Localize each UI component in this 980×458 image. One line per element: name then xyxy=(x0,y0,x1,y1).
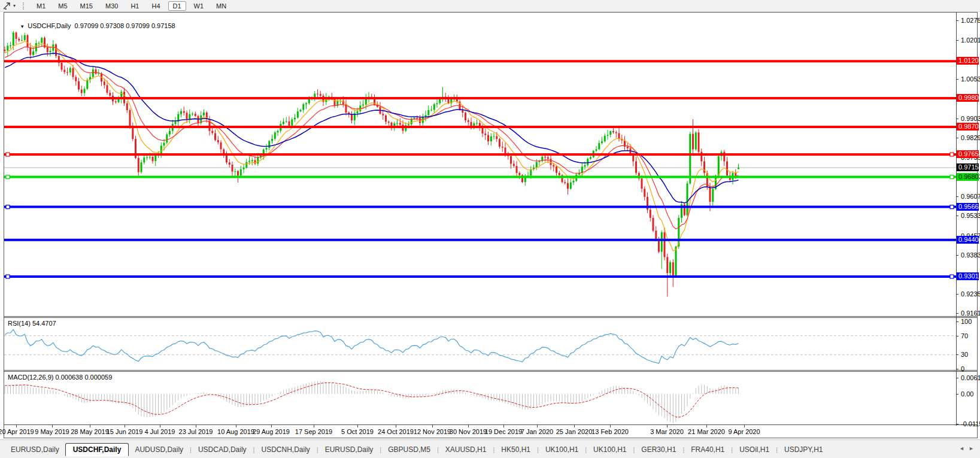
cursor-tool-icon[interactable] xyxy=(2,2,12,10)
macd-label: MACD(12,26,9) 0.000638 0.000059 xyxy=(8,374,112,381)
tab-eurusd-daily[interactable]: EURUSD,Daily xyxy=(5,444,65,456)
price-tick xyxy=(956,216,958,216)
date-label: 9 Apr 2020 xyxy=(728,428,760,435)
hline-price-label[interactable]: 0.93011 xyxy=(957,272,979,280)
date-label: 24 Oct 2019 xyxy=(378,428,414,435)
hline-price-label[interactable]: 0.98703 xyxy=(957,123,979,131)
tab-eurusd-daily[interactable]: EURUSD,Daily xyxy=(319,444,380,456)
date-label: 25 Jan 2020 xyxy=(556,428,593,435)
date-tick xyxy=(537,425,538,427)
chart-title-text: USDCHF,Daily 0.97099 0.97308 0.97099 0.9… xyxy=(28,22,175,29)
tab-usdcnh-daily[interactable]: USDCNH,Daily xyxy=(255,444,315,456)
macd-tick-label: 0.006167 xyxy=(961,374,980,381)
hline-price-label[interactable]: 0.95663 xyxy=(957,203,979,211)
timeframe-button-m5[interactable]: M5 xyxy=(53,1,72,11)
timeframe-button-m15[interactable]: M15 xyxy=(75,1,98,11)
tab-gbpusd-m5[interactable]: GBPUSD,M5 xyxy=(382,444,436,456)
date-label: 15 Jun 2019 xyxy=(107,428,143,435)
hline-price-label[interactable]: 0.96803 xyxy=(957,173,979,181)
date-label: 12 Nov 2019 xyxy=(414,428,451,435)
timeframe-button-h4[interactable]: H4 xyxy=(147,1,165,11)
rsi-canvas[interactable] xyxy=(4,319,956,370)
tab-separator: | xyxy=(437,446,439,453)
date-tick xyxy=(357,425,358,427)
date-tick xyxy=(610,425,611,427)
dropdown-caret-icon[interactable]: ▾ xyxy=(13,3,16,8)
timeframe-button-mn[interactable]: MN xyxy=(211,1,231,11)
panel-separator[interactable] xyxy=(4,316,977,318)
tab-uk100-h1[interactable]: UK100,H1 xyxy=(587,444,632,456)
date-tick xyxy=(160,425,160,427)
hline-price-label[interactable]: 0.99800 xyxy=(957,94,979,102)
macd-canvas[interactable] xyxy=(4,372,956,424)
symbol-dropdown-icon[interactable]: ▼ xyxy=(20,24,25,29)
date-tick xyxy=(744,425,745,427)
price-chart-canvas[interactable] xyxy=(4,13,956,316)
timeframe-toolbar: ▾ M1M5M15M30H1H4D1W1MN xyxy=(0,0,980,12)
rsi-tick xyxy=(956,321,958,322)
date-label: 7 Jan 2020 xyxy=(521,428,553,435)
price-tick xyxy=(956,138,958,138)
mt4-terminal-window: ▾ M1M5M15M30H1H4D1W1MN ▼USDCHF,Daily 0.9… xyxy=(0,0,980,458)
tab-separator: | xyxy=(493,446,494,453)
date-tick xyxy=(125,425,125,427)
date-tick xyxy=(503,425,504,427)
panel-separator[interactable] xyxy=(4,370,977,372)
price-tick-label: 0.96070 xyxy=(961,193,980,200)
date-tick xyxy=(574,425,575,427)
price-tick-label: 0.95330 xyxy=(961,212,980,219)
tab-uk100-h1[interactable]: UK100,H1 xyxy=(539,444,584,456)
current-price-label: 0.97158 xyxy=(957,163,979,171)
hline-price-label[interactable]: 1.01207 xyxy=(957,57,979,65)
chart-tab-bar: EURUSD,DailyUSDCHF,DailyAUDUSD,Daily|USD… xyxy=(0,439,980,458)
date-tick xyxy=(236,425,236,427)
price-tick-label: 1.02750 xyxy=(961,17,980,24)
rsi-tick-label: 70 xyxy=(961,332,980,339)
chart-tabs: EURUSD,DailyUSDCHF,DailyAUDUSD,Daily|USD… xyxy=(5,442,829,457)
tab-xauusd-h1[interactable]: XAUUSD,H1 xyxy=(439,444,493,456)
macd-tick xyxy=(956,378,958,378)
date-label: 17 Sep 2019 xyxy=(295,428,332,435)
tab-audusd-daily[interactable]: AUDUSD,Daily xyxy=(129,444,189,456)
rsi-tick xyxy=(956,354,958,355)
macd-tick-label: 0.00 xyxy=(961,390,980,398)
rsi-tick-label: 100 xyxy=(961,318,980,325)
price-tick xyxy=(956,20,958,21)
timeframe-button-h1[interactable]: H1 xyxy=(126,1,144,11)
tab-fra40-h1[interactable]: FRA40,H1 xyxy=(685,444,730,456)
price-tick-label: 0.99030 xyxy=(961,115,980,122)
date-tick xyxy=(706,425,707,427)
tab-separator: | xyxy=(682,446,684,453)
timeframe-button-d1[interactable]: D1 xyxy=(168,1,186,11)
toolbar-grip[interactable] xyxy=(23,2,26,10)
date-tick xyxy=(16,425,17,427)
hline-price-label[interactable]: 0.94404 xyxy=(957,236,979,244)
date-label: 10 Aug 2019 xyxy=(217,428,254,435)
price-tick xyxy=(956,196,958,197)
date-label: 23 Jul 2019 xyxy=(179,428,213,435)
timeframe-button-w1[interactable]: W1 xyxy=(189,1,209,11)
hline-price-label[interactable]: 0.97658 xyxy=(957,150,979,158)
date-tick xyxy=(196,425,196,427)
price-tick xyxy=(956,255,958,256)
price-axis-line xyxy=(956,13,957,426)
tab-scroll-right-button[interactable]: ► xyxy=(969,445,974,451)
date-label: 19 Dec 2019 xyxy=(485,428,522,435)
tab-usoil-h1[interactable]: USOil,H1 xyxy=(733,444,775,456)
tab-usdcad-daily[interactable]: USDCAD,Daily xyxy=(192,444,253,456)
macd-tick xyxy=(956,394,958,395)
tab-separator: | xyxy=(585,446,587,453)
tab-hk50-h1[interactable]: HK50,H1 xyxy=(495,444,536,456)
price-tick-label: 1.00530 xyxy=(961,75,980,83)
tab-usdjpy-h1[interactable]: USDJPY,H1 xyxy=(778,444,829,456)
date-tick xyxy=(667,425,668,427)
date-tick xyxy=(271,425,272,427)
tab-ger30-h1[interactable]: GER30,H1 xyxy=(635,444,682,456)
tab-usdchf-daily[interactable]: USDCHF,Daily xyxy=(65,443,129,456)
timeframe-button-m30[interactable]: M30 xyxy=(101,1,123,11)
date-tick xyxy=(52,425,53,427)
price-tick-label: 0.91610 xyxy=(961,310,980,317)
timeframe-button-m1[interactable]: M1 xyxy=(32,1,50,11)
tab-scroll-left-button[interactable]: ◄ xyxy=(959,445,964,451)
timeframe-buttons: M1M5M15M30H1H4D1W1MN xyxy=(32,2,234,10)
